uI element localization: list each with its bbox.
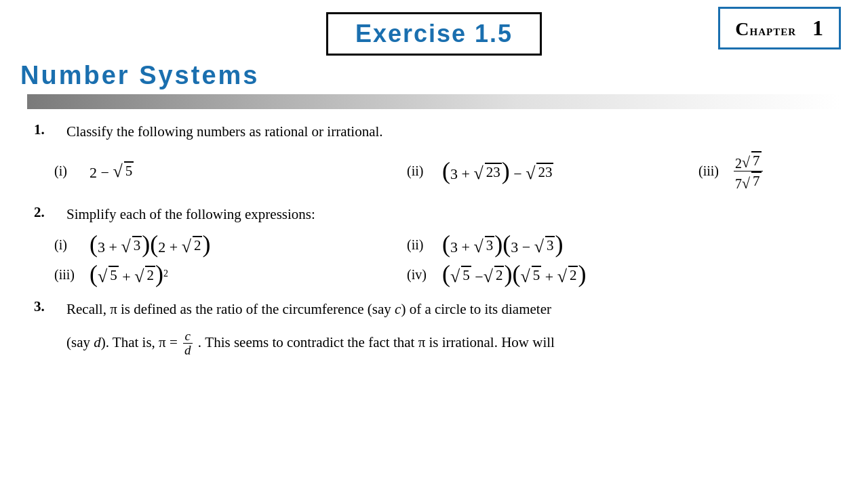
q1-sub-iii-label: (iii) xyxy=(698,163,734,179)
sqrt-23a: √23 xyxy=(473,163,501,181)
q1-sub-i-label: (i) xyxy=(54,163,90,179)
questions-container: 1. Classify the following numbers as rat… xyxy=(27,121,841,358)
q2-sub-i-expr: (3 + √3)(2 + √2) xyxy=(90,233,210,256)
q1-sub-iii: (iii) 2√7 7√7 xyxy=(698,151,763,192)
pi-fraction: c d xyxy=(182,329,193,359)
q3-cont-text: (say d). That is, π = xyxy=(66,334,181,350)
sqrt-5: √5 xyxy=(113,161,134,180)
q2-sub-ii-label: (ii) xyxy=(407,237,442,253)
chapter-word: Chapter xyxy=(735,18,796,39)
q3-continuation: (say d). That is, π = c d . This seems t… xyxy=(34,329,834,359)
question-3-header: 3. Recall, π is defined as the ratio of … xyxy=(34,298,834,321)
exercise-title: Exercise 1.5 xyxy=(355,20,513,47)
chapter-number: 1 xyxy=(812,16,824,40)
question-1-header: 1. Classify the following numbers as rat… xyxy=(34,121,834,143)
subject-title: Number Systems xyxy=(20,61,841,90)
q1-sub-questions: (i) 2 − √5 (ii) (3 + √23) − √23 (iii) xyxy=(34,151,834,192)
q3-number: 3. xyxy=(34,298,66,315)
chapter-box: Chapter 1 xyxy=(718,7,841,49)
question-2: 2. Simplify each of the following expres… xyxy=(34,204,834,287)
q1-sub-ii: (ii) (3 + √23) − √23 xyxy=(407,151,698,192)
q2-sub-ii: (ii) (3 + √3)(3 − √3) xyxy=(407,233,563,256)
q1-number: 1. xyxy=(34,121,66,138)
q2-sub-i: (i) (3 + √3)(2 + √2) xyxy=(54,233,407,256)
q2-sub-ii-expr: (3 + √3)(3 − √3) xyxy=(442,233,563,256)
q2-sub-iv-expr: (√5 −√2)(√5 + √2) xyxy=(442,263,586,286)
question-1: 1. Classify the following numbers as rat… xyxy=(34,121,834,192)
q2-sub-iv-label: (iv) xyxy=(407,267,442,283)
q1-sub-iii-expr: 2√7 7√7 xyxy=(734,151,763,192)
q1-sub-ii-expr: (3 + √23) − √23 xyxy=(442,160,553,183)
question-3: 3. Recall, π is defined as the ratio of … xyxy=(34,298,834,358)
q2-number: 2. xyxy=(34,204,66,221)
q2-sub-questions: (i) (3 + √3)(2 + √2) (ii) (3 + √3)(3 − √… xyxy=(34,233,834,286)
q3-cont-text2: . This seems to contradict the fact that… xyxy=(198,334,555,350)
q3-text: Recall, π is defined as the ratio of the… xyxy=(66,298,551,321)
q1-text: Classify the following numbers as ration… xyxy=(66,121,383,143)
q1-sub-ii-label: (ii) xyxy=(407,163,442,179)
sqrt-23b: √23 xyxy=(526,163,553,181)
exercise-box: Exercise 1.5 xyxy=(326,12,542,56)
q1-sub-i: (i) 2 − √5 xyxy=(54,151,407,192)
question-2-header: 2. Simplify each of the following expres… xyxy=(34,204,834,226)
fraction-2sqrt7-7sqrt7: 2√7 7√7 xyxy=(734,151,763,192)
page: Exercise 1.5 Chapter 1 Number Systems 1.… xyxy=(0,0,868,488)
q1-sub-i-expr: 2 − √5 xyxy=(90,161,134,182)
gradient-bar xyxy=(27,94,841,109)
q2-sub-iv: (iv) (√5 −√2)(√5 + √2) xyxy=(407,263,586,286)
q2-sub-iii-expr: (√5 + √2)2 xyxy=(90,263,168,286)
header: Exercise 1.5 Chapter 1 xyxy=(27,0,841,56)
q2-sub-i-label: (i) xyxy=(54,237,90,253)
q2-text: Simplify each of the following expressio… xyxy=(66,204,315,226)
q2-sub-iii-label: (iii) xyxy=(54,267,90,283)
q2-sub-iii: (iii) (√5 + √2)2 xyxy=(54,263,407,286)
chapter-label: Chapter 1 xyxy=(735,18,824,39)
